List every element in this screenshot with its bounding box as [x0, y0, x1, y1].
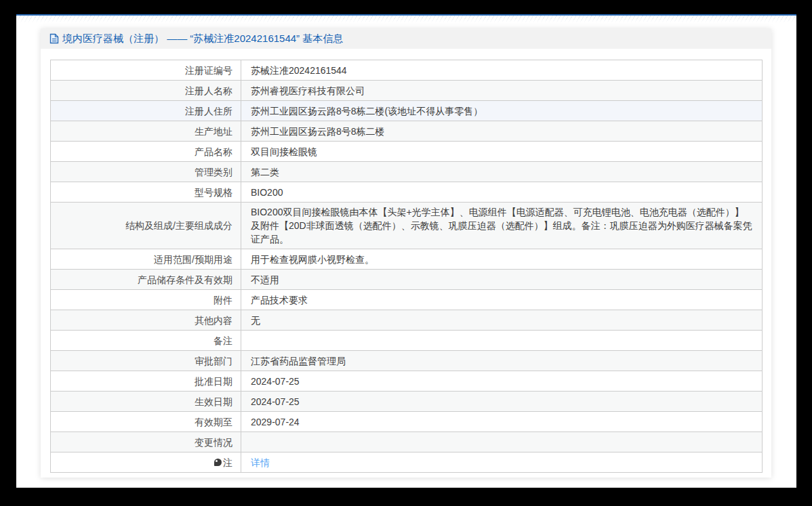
row-value: 双目间接检眼镜	[241, 142, 763, 162]
row-label: 适用范围/预期用途	[51, 249, 241, 270]
table-row: 管理类别第二类	[51, 162, 763, 182]
row-value: 详情	[241, 452, 763, 473]
row-value	[241, 331, 763, 351]
table-row: 生效日期2024-07-25	[51, 392, 763, 412]
row-label: 注	[51, 452, 241, 473]
row-value: 江苏省药品监督管理局	[241, 351, 763, 371]
table-row: 产品储存条件及有效期不适用	[51, 270, 763, 290]
row-label: 批准日期	[51, 371, 241, 392]
table-row: 有效期至2029-07-24	[51, 412, 763, 432]
table-row: 变更情况	[51, 432, 763, 452]
row-value: 无	[241, 310, 763, 331]
row-label: 有效期至	[51, 412, 241, 432]
detail-link[interactable]: 详情	[251, 457, 270, 468]
row-label: 注册人名称	[51, 81, 241, 101]
row-label: 其他内容	[51, 310, 241, 331]
table-row: 批准日期2024-07-25	[51, 371, 763, 392]
row-label: 产品储存条件及有效期	[51, 270, 241, 290]
table-row: 生产地址苏州工业园区扬云路8号8栋二楼	[51, 121, 763, 142]
row-value: BIO200	[241, 182, 763, 203]
row-label: 附件	[51, 290, 241, 310]
row-label: 产品名称	[51, 142, 241, 162]
row-value: 用于检查视网膜小视野检查。	[241, 249, 763, 270]
row-value: 第二类	[241, 162, 763, 182]
row-label: 注册人住所	[51, 101, 241, 121]
table-row: 适用范围/预期用途用于检查视网膜小视野检查。	[51, 249, 763, 270]
row-value: 2029-07-24	[241, 412, 763, 432]
row-value: BIO200双目间接检眼镜由本体【头架+光学主体】、电源组件【电源适配器、可充电…	[241, 203, 763, 249]
row-label: 备注	[51, 331, 241, 351]
row-value: 苏州睿视医疗科技有限公司	[241, 81, 763, 101]
table-row: 注详情	[51, 452, 763, 473]
registration-info-card: 境内医疗器械（注册） —— “苏械注准20242161544” 基本信息 注册证…	[41, 28, 771, 478]
table-row: 型号规格BIO200	[51, 182, 763, 203]
left-black-bar	[0, 0, 16, 506]
top-black-bar	[0, 0, 812, 14]
blue-accent-line	[16, 14, 796, 16]
table-row: 附件产品技术要求	[51, 290, 763, 310]
note-balloon-icon	[214, 459, 222, 467]
row-label: 生效日期	[51, 392, 241, 412]
row-value: 苏州工业园区扬云路8号8栋二楼	[241, 121, 763, 142]
document-icon	[49, 33, 59, 44]
table-row: 其他内容无	[51, 310, 763, 331]
row-value	[241, 432, 763, 452]
table-row: 注册人名称苏州睿视医疗科技有限公司	[51, 81, 763, 101]
page-title: 境内医疗器械（注册） —— “苏械注准20242161544” 基本信息	[62, 33, 343, 45]
table-row: 备注	[51, 331, 763, 351]
row-value: 不适用	[241, 270, 763, 290]
row-label: 审批部门	[51, 351, 241, 371]
card-header: 境内医疗器械（注册） —— “苏械注准20242161544” 基本信息	[41, 28, 771, 49]
card-body: 注册证编号苏械注准20242161544注册人名称苏州睿视医疗科技有限公司注册人…	[41, 49, 771, 473]
table-row: 产品名称双目间接检眼镜	[51, 142, 763, 162]
row-label: 变更情况	[51, 432, 241, 452]
row-value: 产品技术要求	[241, 290, 763, 310]
table-row: 注册证编号苏械注准20242161544	[51, 60, 763, 81]
row-value: 苏州工业园区扬云路8号8栋二楼(该地址不得从事零售）	[241, 101, 763, 121]
right-black-bar	[796, 0, 812, 506]
row-value: 苏械注准20242161544	[241, 60, 763, 81]
row-value: 2024-07-25	[241, 392, 763, 412]
row-label: 管理类别	[51, 162, 241, 182]
table-row: 注册人住所苏州工业园区扬云路8号8栋二楼(该地址不得从事零售）	[51, 101, 763, 121]
table-row: 结构及组成/主要组成成分BIO200双目间接检眼镜由本体【头架+光学主体】、电源…	[51, 203, 763, 249]
info-table-body: 注册证编号苏械注准20242161544注册人名称苏州睿视医疗科技有限公司注册人…	[51, 60, 763, 473]
table-row: 审批部门江苏省药品监督管理局	[51, 351, 763, 371]
row-value: 2024-07-25	[241, 371, 763, 392]
registration-info-table: 注册证编号苏械注准20242161544注册人名称苏州睿视医疗科技有限公司注册人…	[50, 60, 763, 473]
hatched-border-band	[16, 16, 796, 23]
bottom-black-bar	[0, 488, 812, 506]
row-label: 型号规格	[51, 182, 241, 203]
row-label: 生产地址	[51, 121, 241, 142]
row-label: 结构及组成/主要组成成分	[51, 203, 241, 249]
row-label: 注册证编号	[51, 60, 241, 81]
